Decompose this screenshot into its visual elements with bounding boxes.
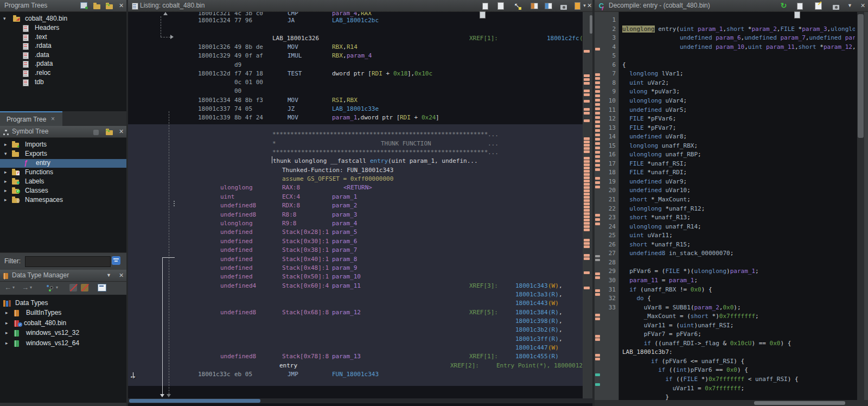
change-mark[interactable] xyxy=(584,163,590,166)
listing-row[interactable]: 18001c33ceb 05JMPFUN_18001c343 xyxy=(128,371,585,379)
code-token[interactable]: ; xyxy=(673,124,676,131)
change-mark[interactable] xyxy=(584,108,590,111)
dtm-header[interactable]: Data Type Manager ▼ × xyxy=(0,270,126,282)
code-line[interactable]: FILE *pFVar6; xyxy=(622,115,676,122)
listing-field[interactable]: FUN_18001c343 xyxy=(332,371,379,378)
code-line[interactable]: if ((FILE *)0x7fffffff < unaff_RSI) { xyxy=(622,376,799,383)
listing-field[interactable]: param_5 xyxy=(332,229,357,236)
listing-row[interactable]: undefined8Stack[0x68]:8param_12XREF[5]:1… xyxy=(128,309,585,317)
code-line[interactable]: ulong *puVar3; xyxy=(622,88,680,95)
listing-field[interactable]: 0c 01 00 xyxy=(234,79,263,86)
code-token[interactable]: unaff_RDI xyxy=(662,340,694,347)
decompile-code[interactable]: ulonglong entry(uint param_1,short *para… xyxy=(619,12,855,400)
code-line[interactable]: FILE *unaff_RSI; xyxy=(622,160,687,167)
change-mark[interactable] xyxy=(584,215,590,218)
code-token[interactable]: if xyxy=(629,286,636,293)
listing-field[interactable]: THUNK FUNCTION xyxy=(381,140,431,147)
code-token[interactable]: ) xyxy=(726,268,730,275)
code-token[interactable]: * xyxy=(647,214,654,221)
listing-row[interactable]: undefinedStack[0x40]:1param_8 xyxy=(128,256,585,264)
code-token[interactable]: = xyxy=(662,304,673,311)
change-mark[interactable] xyxy=(595,272,600,275)
listing-field[interactable]: JA xyxy=(288,17,295,24)
listing-field[interactable]: undefined xyxy=(220,273,253,280)
listing-row[interactable]: 18001c3b2(R), xyxy=(128,326,585,334)
code-token[interactable]: *)( xyxy=(680,268,694,275)
code-line[interactable]: do { xyxy=(622,295,651,302)
code-token[interactable]: pFVar7 xyxy=(651,124,673,131)
code-token[interactable]: _MaxCount xyxy=(644,313,676,320)
code-token[interactable]: short xyxy=(799,43,816,50)
program-trees-header[interactable]: Program Trees ↷ × xyxy=(0,0,126,12)
code-token[interactable]: == xyxy=(712,366,727,373)
change-mark[interactable] xyxy=(595,293,600,296)
code-token[interactable]: ; xyxy=(680,70,684,77)
code-line[interactable]: pFVar6 = (FILE *)(ulonglong)param_1; xyxy=(622,268,759,275)
filter-config-icon[interactable] xyxy=(112,256,120,265)
listing-field[interactable]: d9 xyxy=(234,61,241,68)
new-tree-icon[interactable] xyxy=(79,1,88,10)
code-token[interactable]: pFVar6 xyxy=(691,366,712,373)
code-token[interactable]: param_8 xyxy=(845,34,855,41)
listing-field[interactable]: RDI xyxy=(400,114,411,121)
code-token[interactable]: ; xyxy=(701,205,705,212)
code-token[interactable]: param_6 xyxy=(716,34,741,41)
code-token[interactable]: 0x0 xyxy=(691,286,701,293)
code-token[interactable]: ; xyxy=(698,223,701,230)
change-mark[interactable] xyxy=(584,271,590,274)
code-token[interactable] xyxy=(622,124,629,131)
listing-field[interactable]: MOV xyxy=(288,114,298,121)
listing-field[interactable]: (W) xyxy=(548,300,559,307)
change-mark[interactable] xyxy=(584,147,590,150)
listing-field[interactable]: + xyxy=(411,114,422,121)
listing-field[interactable]: JMP xyxy=(288,371,298,378)
code-token[interactable]: param_11 xyxy=(629,277,658,284)
code-token[interactable]: ) { xyxy=(788,376,799,383)
code-token[interactable]: pFVar6 xyxy=(665,358,687,365)
code-token[interactable]: ; xyxy=(741,385,745,392)
code-token[interactable] xyxy=(622,214,629,221)
code-token[interactable]: 0x7fffffff xyxy=(705,385,741,392)
code-line[interactable]: short *unaff_R15; xyxy=(622,241,691,248)
code-line[interactable]: _MaxCount = (short *)0x7fffffff; xyxy=(622,313,759,320)
change-mark[interactable] xyxy=(595,103,600,106)
listing-field[interactable]: param_1 xyxy=(332,193,357,200)
listing-field[interactable]: (R) xyxy=(548,353,559,360)
dropdown-icon[interactable]: ▼ xyxy=(104,271,113,280)
sidebar-item-namespaces[interactable]: ▸{}Namespaces xyxy=(0,196,126,205)
code-token[interactable]: * xyxy=(744,26,751,33)
code-token[interactable]: * xyxy=(662,205,669,212)
listing-field[interactable]: f7 47 18 xyxy=(234,70,263,77)
listing-hscrollbar-thumb[interactable] xyxy=(129,399,260,403)
hierarchy-icon[interactable] xyxy=(47,285,53,291)
listing-hscrollbar[interactable] xyxy=(128,398,592,403)
decompile-hscrollbar-thumb[interactable] xyxy=(754,401,845,405)
change-mark[interactable] xyxy=(584,219,590,221)
listing-field[interactable]: 180000120 xyxy=(554,362,585,369)
listing-field[interactable]: <RETURN> xyxy=(343,184,372,191)
code-line[interactable]: if (unaff_RBX != 0x0) { xyxy=(622,286,712,293)
listing-field[interactable]: , xyxy=(559,335,563,342)
listing-field[interactable]: dword ptr [ xyxy=(332,70,372,77)
code-token[interactable] xyxy=(622,142,629,149)
decompile-header[interactable]: Cf Decompile: entry - (cobalt_480.bin) ↻… xyxy=(595,0,868,12)
code-token[interactable] xyxy=(622,358,651,365)
listing-row[interactable]: ulonglongRAX:8<RETURN> xyxy=(128,184,585,192)
change-mark[interactable] xyxy=(584,222,590,225)
listing-field[interactable]: 0x24 xyxy=(422,114,436,121)
listing-field[interactable]: , xyxy=(559,318,563,325)
listing-field[interactable]: (uint param_1, undefin... xyxy=(388,157,478,164)
code-token[interactable]: in_stack_00000070 xyxy=(669,250,730,257)
sidebar-item-functions[interactable]: ▸fFunctions xyxy=(0,168,126,177)
symbol-tree-header[interactable]: Symbol Tree ↷ × xyxy=(0,126,126,138)
change-mark[interactable] xyxy=(595,99,600,101)
listing-field[interactable]: 18001c443 xyxy=(515,300,548,307)
change-mark[interactable] xyxy=(595,318,600,320)
listing-field[interactable]: param_11 xyxy=(332,282,361,289)
close-icon[interactable]: × xyxy=(858,1,867,10)
change-mark[interactable] xyxy=(584,157,590,160)
change-mark[interactable] xyxy=(595,151,600,154)
change-mark[interactable] xyxy=(584,209,590,212)
code-token[interactable]: short xyxy=(726,26,744,33)
code-line[interactable]: undefined uVar10; xyxy=(622,187,691,194)
